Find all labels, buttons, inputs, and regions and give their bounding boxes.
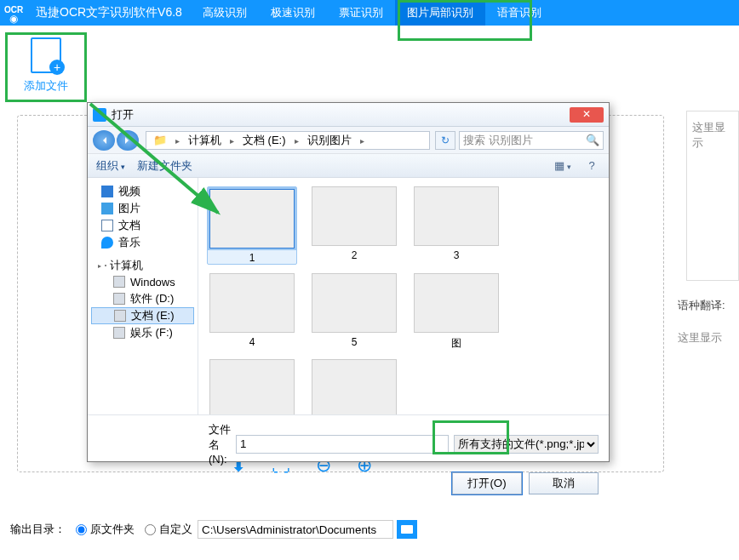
drive-icon [113, 327, 125, 339]
add-file-icon [31, 37, 61, 73]
tab-fast[interactable]: 极速识别 [259, 0, 327, 26]
app-title: 迅捷OCR文字识别软件V6.8 [27, 5, 191, 20]
dialog-navbar: 📁 计算机 文档 (E:) 识别图片 ↻ 搜索 识别图片 🔍 [88, 127, 609, 154]
sidebar-group-computer[interactable]: 计算机 [91, 258, 194, 273]
tab-advanced[interactable]: 高级识别 [191, 0, 259, 26]
crumb-drive[interactable]: 文档 (E:) [239, 133, 289, 148]
image-icon [101, 203, 113, 214]
add-file-button[interactable]: 添加文件 [15, 37, 77, 94]
crumb-folder[interactable]: 识别图片 [304, 133, 355, 148]
music-icon [101, 237, 113, 249]
translate-label: 语种翻译: [678, 298, 739, 313]
app-titlebar: OCR ◉ 迅捷OCR文字识别软件V6.8 高级识别 极速识别 票证识别 图片局… [0, 0, 739, 26]
output-radio-original[interactable] [76, 524, 87, 535]
dialog-titlebar: 打开 ✕ [88, 103, 609, 127]
file-thumb-2[interactable]: 2 [309, 186, 399, 265]
sidebar-item-doc[interactable]: 文档 [91, 217, 194, 234]
search-placeholder: 搜索 识别图片 [463, 133, 533, 148]
open-button[interactable]: 打开(O) [452, 472, 522, 494]
crumb-computer[interactable]: 计算机 [185, 133, 225, 148]
output-label: 输出目录： [10, 522, 66, 537]
search-icon: 🔍 [586, 134, 599, 146]
file-grid: 1 2 3 4 5 图 图2 图3 [198, 178, 609, 414]
output-radio-original-label: 原文件夹 [90, 522, 135, 537]
search-input[interactable]: 搜索 识别图片 🔍 [459, 131, 604, 150]
file-thumb-3[interactable]: 3 [411, 186, 501, 265]
file-thumb-8[interactable]: 图3 [309, 359, 399, 414]
cancel-button[interactable]: 取消 [529, 472, 599, 494]
app-logo: OCR ◉ [0, 3, 27, 23]
breadcrumb[interactable]: 📁 计算机 文档 (E:) 识别图片 [146, 131, 430, 150]
translate-panel: 语种翻译: 这里显示 [678, 298, 739, 346]
close-button[interactable]: ✕ [570, 107, 604, 123]
file-open-dialog: 打开 ✕ 📁 计算机 文档 (E:) 识别图片 ↻ 搜索 识别图片 🔍 组织 新… [87, 102, 610, 462]
file-thumb-1[interactable]: 1 [207, 186, 297, 265]
nav-back-button[interactable] [93, 130, 115, 151]
file-thumb-6[interactable]: 图 [411, 273, 501, 351]
refresh-button[interactable]: ↻ [435, 131, 455, 150]
sidebar-drive-d[interactable]: 软件 (D:) [91, 290, 194, 307]
file-thumb-5[interactable]: 5 [309, 273, 399, 351]
translate-placeholder: 这里显示 [678, 330, 739, 346]
sidebar-item-image[interactable]: 图片 [91, 200, 194, 217]
dialog-bottom: 文件名(N): 所有支持的文件(*.png;*.jpg;*.bmp) 打开(O)… [88, 414, 609, 464]
file-thumb-4[interactable]: 4 [207, 273, 297, 351]
tab-partial-image[interactable]: 图片局部识别 [395, 0, 485, 26]
nav-forward-button[interactable] [117, 130, 139, 151]
organize-menu[interactable]: 组织 [96, 158, 125, 174]
sidebar-drive-f[interactable]: 娱乐 (F:) [91, 324, 194, 341]
filename-input[interactable] [236, 435, 449, 454]
folder-icon: 📁 [150, 134, 170, 146]
file-thumb-7[interactable]: 图2 [207, 359, 297, 414]
computer-icon [105, 265, 106, 266]
result-panel: 这里显示 [686, 111, 739, 281]
output-radio-custom-label: 自定义 [159, 522, 192, 537]
main-tabs: 高级识别 极速识别 票证识别 图片局部识别 语音识别 [191, 0, 553, 26]
drive-icon [113, 276, 125, 288]
sidebar-drive-e[interactable]: 文档 (E:) [91, 307, 194, 324]
sidebar-item-video[interactable]: 视频 [91, 183, 194, 200]
dialog-icon [93, 108, 106, 122]
dialog-sidebar: 视频 图片 文档 音乐 计算机 Windows 软件 (D:) 文档 (E:) … [88, 178, 198, 414]
dialog-toolbar: 组织 新建文件夹 ▦ ? [88, 154, 609, 178]
view-mode-button[interactable]: ▦ [554, 159, 571, 172]
dialog-title: 打开 [112, 107, 134, 123]
browse-folder-button[interactable] [397, 520, 417, 539]
filename-label: 文件名(N): [209, 422, 231, 466]
new-folder-button[interactable]: 新建文件夹 [137, 158, 192, 174]
help-button[interactable]: ? [583, 159, 600, 172]
output-bar: 输出目录： 原文件夹 自定义 [0, 516, 417, 543]
drive-icon [114, 310, 126, 322]
sidebar-drive-c[interactable]: Windows [91, 273, 194, 290]
output-radio-custom[interactable] [145, 524, 156, 535]
tab-ticket[interactable]: 票证识别 [327, 0, 395, 26]
result-placeholder: 这里显示 [692, 121, 725, 149]
sidebar-item-music[interactable]: 音乐 [91, 234, 194, 251]
doc-icon [101, 220, 113, 231]
video-icon [101, 186, 113, 197]
tab-voice[interactable]: 语音识别 [485, 0, 553, 26]
add-file-label: 添加文件 [15, 78, 77, 94]
drive-icon [113, 293, 125, 305]
file-filter-select[interactable]: 所有支持的文件(*.png;*.jpg;*.bmp) [454, 435, 599, 454]
output-path-input[interactable] [198, 520, 393, 539]
